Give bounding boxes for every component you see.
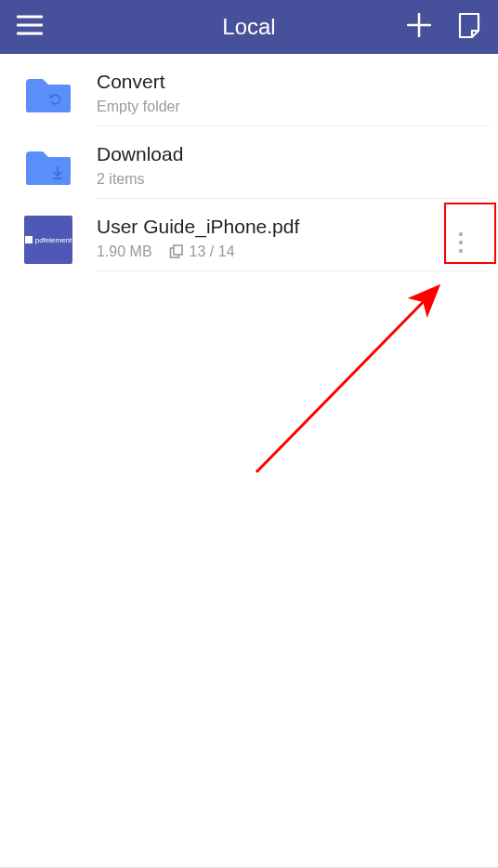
list-item-folder[interactable]: Download 2 items	[0, 136, 498, 208]
note-icon[interactable]	[457, 12, 481, 42]
list-item-folder[interactable]: Convert Empty folder	[0, 63, 498, 136]
app-header: Local	[0, 0, 498, 54]
file-pages: 13 / 14	[169, 243, 235, 260]
pdf-brand-label: pdfelement	[25, 236, 72, 244]
svg-rect-8	[174, 245, 182, 255]
svg-line-9	[256, 288, 437, 472]
annotation-highlight-box	[444, 203, 496, 264]
pages-icon	[169, 244, 184, 259]
item-title: Convert	[97, 71, 489, 93]
hamburger-menu-icon[interactable]	[17, 15, 43, 39]
file-size: 1.90 MB	[97, 243, 152, 260]
pdf-thumbnail-icon: pdfelement	[24, 216, 72, 264]
item-subtitle: Empty folder	[97, 99, 180, 115]
folder-sync-icon	[24, 71, 72, 119]
item-subtitle: 2 items	[97, 171, 145, 188]
item-title: User Guide_iPhone.pdf	[97, 216, 489, 238]
file-list: Convert Empty folder Download 2 items	[0, 54, 498, 281]
item-title: Download	[97, 143, 489, 165]
folder-download-icon	[24, 143, 72, 191]
plus-icon[interactable]	[407, 13, 431, 41]
list-item-file[interactable]: pdfelement User Guide_iPhone.pdf 1.90 MB…	[0, 208, 498, 281]
